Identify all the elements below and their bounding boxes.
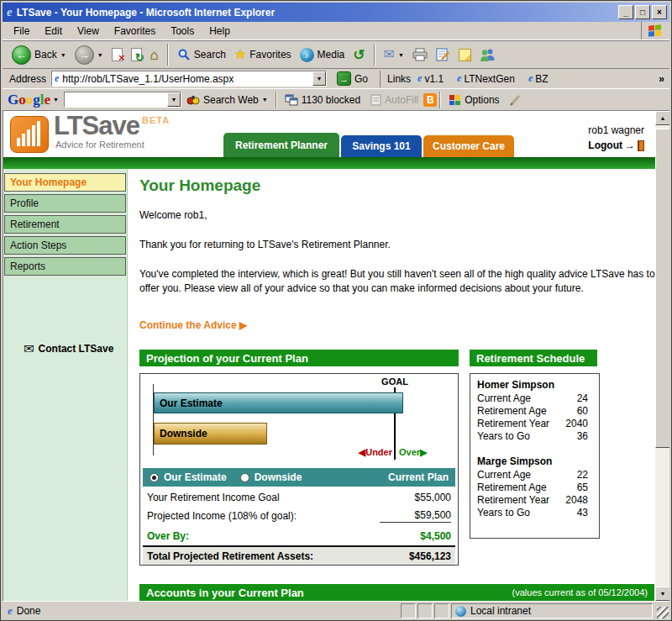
page-viewport: LTSave BETA Advice for Retirement Retire…: [3, 111, 669, 601]
tab-customer-care[interactable]: Customer Care: [423, 135, 514, 157]
notes-icon: [459, 49, 471, 61]
window-title: LTSave - Your Homepage - Microsoft Inter…: [17, 7, 617, 18]
scrollbar-thumb[interactable]: [655, 129, 669, 448]
downside-radio[interactable]: [240, 473, 249, 482]
menu-edit[interactable]: Edit: [37, 24, 70, 39]
contact-ltsave-link[interactable]: ✉ Contact LTSave: [24, 341, 113, 356]
edit-button[interactable]: [432, 42, 454, 67]
google-search-input[interactable]: [65, 93, 167, 106]
google-search-box[interactable]: ▼: [64, 92, 181, 108]
link-v11[interactable]: e v1.1: [411, 72, 450, 85]
scroll-up-button[interactable]: ▲: [655, 111, 669, 125]
address-label: Address: [6, 73, 51, 85]
mail-dropdown-icon[interactable]: ▼: [398, 52, 404, 58]
address-input[interactable]: e http://rob/LTSave_1.1/UserHome.aspx ▼: [51, 71, 327, 87]
google-separator: [276, 92, 277, 108]
menu-help[interactable]: Help: [202, 24, 238, 39]
back-button[interactable]: ← Back ▼: [8, 42, 71, 67]
ie-icon: e: [7, 5, 13, 19]
link-icon: e: [417, 72, 422, 85]
logout-button[interactable]: Logout →: [588, 139, 644, 151]
messenger-button[interactable]: [475, 42, 500, 67]
notes-button[interactable]: [454, 42, 475, 67]
scroll-down-button[interactable]: ▼: [655, 587, 669, 601]
sidebar-item-profile[interactable]: Profile: [4, 194, 126, 213]
back-dropdown-icon[interactable]: ▼: [60, 52, 66, 58]
continue-advice-link[interactable]: Continue the Advice ▶: [139, 319, 247, 331]
popup-blocked-button[interactable]: 1130 blocked: [280, 91, 366, 109]
menu-favorites[interactable]: Favorites: [107, 24, 163, 39]
page-title: Your Homepage: [139, 176, 260, 195]
google-logo[interactable]: Google: [8, 92, 50, 108]
forward-icon: →: [75, 45, 94, 65]
title-bar[interactable]: e LTSave - Your Homepage - Microsoft Int…: [3, 3, 669, 22]
logout-door-icon: [638, 140, 644, 151]
link-label: BZ: [535, 73, 548, 85]
address-dropdown[interactable]: ▼: [312, 71, 326, 86]
refresh-button[interactable]: ↻: [127, 42, 146, 67]
sidebar-item-your-homepage[interactable]: Your Homepage: [4, 173, 126, 192]
minimize-button[interactable]: _: [618, 5, 633, 19]
links-overflow-chevron[interactable]: »: [659, 73, 666, 85]
go-button[interactable]: → Go: [333, 71, 371, 87]
stop-button[interactable]: ×: [108, 42, 127, 67]
google-search-dropdown[interactable]: ▼: [167, 92, 181, 107]
our-estimate-radio[interactable]: [150, 473, 159, 482]
schedule-value: 24: [577, 392, 588, 404]
popup-blocked-label: 1130 blocked: [302, 94, 361, 106]
ltsave-logo-icon[interactable]: [10, 116, 49, 153]
tab-retirement-planner[interactable]: Retirement Planner: [223, 133, 339, 157]
our-estimate-radio-label[interactable]: Our Estimate: [164, 471, 227, 483]
sidebar-item-reports[interactable]: Reports: [4, 257, 126, 276]
link-bz[interactable]: e BZ: [522, 72, 555, 85]
resize-grip[interactable]: [657, 607, 669, 618]
mail-button[interactable]: ✉ ▼: [380, 42, 408, 67]
search-button[interactable]: Search: [173, 42, 230, 67]
go-label: Go: [354, 73, 368, 85]
schedule-row: Retirement Year 2048: [477, 494, 588, 506]
maximize-button[interactable]: □: [635, 5, 650, 19]
google-logo-dropdown[interactable]: ▼: [53, 97, 59, 103]
close-button[interactable]: ×: [652, 5, 667, 19]
home-button[interactable]: ⌂: [146, 42, 163, 67]
address-url: http://rob/LTSave_1.1/UserHome.aspx: [62, 73, 309, 85]
media-button[interactable]: ♪ Media: [296, 42, 349, 67]
highlight-pen-button[interactable]: [505, 91, 527, 109]
table-row-projected-income: Projected Income (108% of goal): $59,500: [143, 507, 455, 525]
mail-icon: ✉: [384, 48, 395, 61]
search-web-button[interactable]: Search Web ▼: [181, 91, 273, 109]
sidebar-item-action-steps[interactable]: Action Steps: [4, 236, 126, 255]
blogger-icon[interactable]: B: [423, 93, 437, 107]
options-icon: [449, 94, 461, 106]
vertical-scrollbar[interactable]: ▲ ▼: [655, 111, 669, 601]
downside-radio-label[interactable]: Downside: [255, 471, 302, 483]
sidebar-item-retirement[interactable]: Retirement: [4, 215, 126, 234]
downside-bar[interactable]: Downside: [154, 423, 267, 445]
options-button[interactable]: Options: [444, 91, 504, 109]
beta-badge: BETA: [142, 115, 170, 125]
menu-tools[interactable]: Tools: [163, 24, 202, 39]
continue-advice-label: Continue the Advice: [139, 319, 237, 331]
print-button[interactable]: [408, 42, 432, 67]
search-web-dropdown[interactable]: ▼: [262, 97, 268, 103]
zone-globe-icon: [455, 606, 466, 617]
our-estimate-bar[interactable]: Our Estimate: [154, 392, 403, 413]
search-web-label: Search Web: [203, 94, 259, 106]
accounts-values-note: (values current as of 05/12/2004): [512, 587, 648, 597]
logout-arrow-icon: →: [625, 139, 635, 151]
forward-button[interactable]: → ▼: [71, 42, 108, 67]
schedule-row: Retirement Year 2040: [477, 418, 588, 429]
logged-in-user: rob1 wagner: [588, 124, 644, 136]
menu-file[interactable]: File: [6, 24, 37, 39]
forward-dropdown-icon[interactable]: ▼: [97, 52, 103, 58]
tab-savings-101[interactable]: Savings 101: [341, 135, 422, 157]
history-button[interactable]: ↺: [349, 42, 369, 67]
link-ltnextgen[interactable]: e LTNextGen: [450, 72, 522, 85]
zone-label: Local intranet: [470, 605, 531, 617]
retirement-schedule-panel: Homer Simpson Current Age 24 Retirement …: [470, 373, 600, 539]
menu-view[interactable]: View: [70, 24, 107, 39]
favorites-button[interactable]: ★ Favorites: [230, 42, 296, 67]
ltsave-logo-text[interactable]: LTSave: [54, 111, 139, 141]
windows-logo-throbber: [641, 22, 668, 39]
autofill-button[interactable]: AutoFill: [365, 91, 423, 109]
